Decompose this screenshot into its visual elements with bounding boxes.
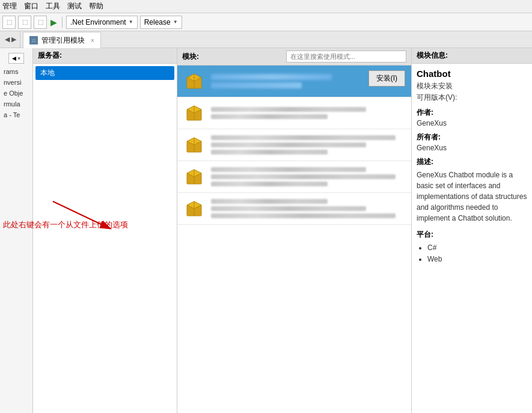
config-arrow-icon: ▼ bbox=[173, 19, 178, 25]
sidebar-item-2[interactable]: e Obje bbox=[0, 88, 32, 99]
menu-tools[interactable]: 工具 bbox=[46, 1, 60, 11]
info-content: Chatbot 模块未安装 可用版本(V): 作者: GeneXus 所有者: … bbox=[412, 64, 532, 413]
module-item-3[interactable] bbox=[177, 161, 411, 193]
info-desc: GeneXus Chatbot module is a basic set of… bbox=[417, 170, 527, 224]
platform-item-1: Web bbox=[427, 254, 527, 265]
module-text-4 bbox=[211, 199, 405, 218]
module-icon-0 bbox=[183, 70, 205, 92]
toolbar: ⬚ ⬚ ⬚ ▶ .Net Environment ▼ Release ▼ bbox=[0, 13, 532, 31]
module-icon-1 bbox=[183, 102, 205, 124]
toolbar-btn-2[interactable]: ⬚ bbox=[18, 16, 31, 29]
annotation-text: 此处右键会有一个从文件上传的选项 bbox=[3, 219, 128, 230]
dialog-content: 服务器: 本地 模块: bbox=[33, 48, 532, 413]
menu-help[interactable]: 帮助 bbox=[89, 1, 103, 11]
toolbar-sep-1 bbox=[62, 17, 63, 28]
module-item-4[interactable] bbox=[177, 193, 411, 225]
menu-test[interactable]: 测试 bbox=[67, 1, 82, 11]
module-panel: 模块: bbox=[177, 48, 412, 413]
module-list: 安装(I) bbox=[177, 66, 411, 413]
info-version-label: 可用版本(V): bbox=[417, 93, 527, 103]
info-status: 模块未安装 bbox=[417, 81, 527, 91]
module-item-2[interactable] bbox=[177, 129, 411, 161]
main-area: 此处右键会有一个从文件上传的选项 ◀ × rams nversi e Obje … bbox=[0, 48, 532, 413]
info-title: Chatbot bbox=[417, 69, 527, 79]
info-desc-label: 描述: bbox=[417, 157, 527, 167]
module-item-0[interactable]: 安装(I) bbox=[177, 66, 411, 97]
platform-item-0: C# bbox=[427, 242, 527, 254]
env-arrow-icon: ▼ bbox=[129, 19, 133, 25]
module-item-1[interactable] bbox=[177, 97, 411, 129]
menu-window[interactable]: 窗口 bbox=[24, 1, 38, 11]
env-dropdown[interactable]: .Net Environment ▼ bbox=[66, 16, 138, 29]
info-platform-label: 平台: bbox=[417, 230, 527, 240]
config-label: Release bbox=[144, 18, 171, 26]
toolbar-play-btn[interactable]: ▶ bbox=[50, 17, 57, 27]
toolbar-btn-1[interactable]: ⬚ bbox=[2, 16, 16, 29]
module-panel-header: 模块: bbox=[177, 48, 411, 66]
server-local[interactable]: 本地 bbox=[35, 66, 174, 80]
info-author: GeneXus bbox=[417, 119, 527, 127]
tab-bar: ◀ ▶ □ 管理引用模块 × bbox=[0, 31, 532, 48]
module-icon-4 bbox=[183, 198, 205, 219]
side-panel-toggle[interactable]: ◀ ▶ bbox=[1, 31, 20, 47]
menu-manage[interactable]: 管理 bbox=[2, 1, 17, 11]
info-panel: 模块信息: Chatbot 模块未安装 可用版本(V): 作者: GeneXus… bbox=[412, 48, 532, 413]
config-dropdown[interactable]: Release ▼ bbox=[140, 16, 182, 29]
toolbar-btn-3[interactable]: ⬚ bbox=[34, 16, 47, 29]
tab-icon: □ bbox=[29, 36, 38, 44]
info-owner-label: 所有者: bbox=[417, 132, 527, 142]
server-panel: 服务器: 本地 bbox=[33, 48, 177, 413]
module-icon-2 bbox=[183, 134, 205, 156]
info-platform-list: C# Web bbox=[417, 242, 527, 265]
info-owner: GeneXus bbox=[417, 144, 527, 152]
panel-toggle-label: ◀ ▶ bbox=[5, 35, 16, 43]
menu-bar: 管理 窗口 工具 测试 帮助 bbox=[0, 0, 532, 13]
info-panel-header: 模块信息: bbox=[412, 48, 532, 64]
server-list: 本地 bbox=[33, 64, 177, 413]
module-text-2 bbox=[211, 135, 405, 154]
install-button[interactable]: 安装(I) bbox=[368, 70, 405, 87]
sidebar-item-0[interactable]: rams bbox=[0, 66, 32, 77]
sidebar-item-1[interactable]: nversi bbox=[0, 77, 32, 88]
info-author-label: 作者: bbox=[417, 108, 527, 118]
module-text-0 bbox=[211, 74, 362, 88]
module-text-3 bbox=[211, 167, 405, 186]
sidebar-close-btn[interactable]: ◀ × bbox=[8, 53, 24, 64]
tab-close-btn[interactable]: × bbox=[91, 37, 94, 44]
sidebar-item-3[interactable]: rmula bbox=[0, 99, 32, 109]
module-icon-3 bbox=[183, 166, 205, 188]
module-header-label: 模块: bbox=[182, 52, 199, 62]
module-manager-dialog: 服务器: 本地 模块: bbox=[33, 48, 532, 413]
sidebar-item-4[interactable]: a - Te bbox=[0, 109, 32, 120]
tab-label: 管理引用模块 bbox=[41, 35, 85, 46]
module-text-1 bbox=[211, 107, 405, 119]
env-label: .Net Environment bbox=[70, 18, 126, 26]
module-search-input[interactable] bbox=[286, 50, 406, 63]
server-panel-header: 服务器: bbox=[33, 48, 177, 64]
left-sidebar: ◀ × rams nversi e Obje rmula a - Te bbox=[0, 48, 33, 413]
module-manager-tab[interactable]: □ 管理引用模块 × bbox=[23, 32, 101, 48]
